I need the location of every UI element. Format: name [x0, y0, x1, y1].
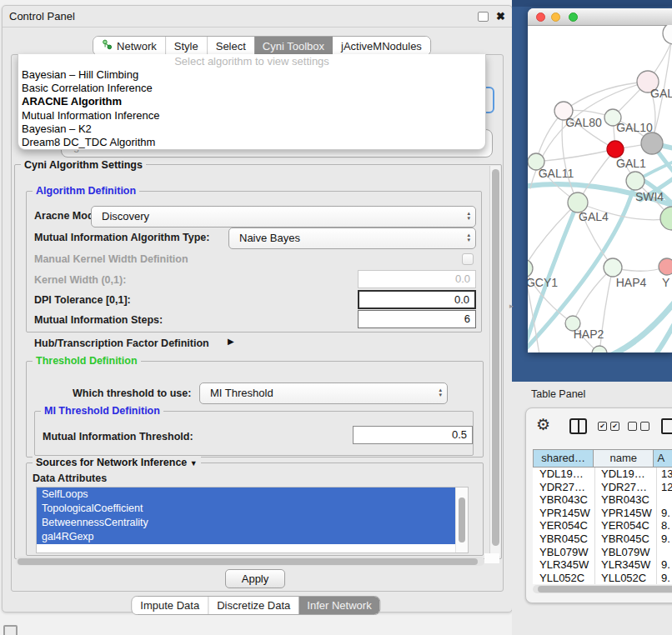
table-cell[interactable]: 8. — [656, 519, 672, 532]
settings-vertical-scrollbar[interactable] — [489, 166, 500, 556]
column-header-name[interactable]: name — [593, 450, 653, 467]
table-cell[interactable]: 9. — [656, 507, 672, 520]
collapse-down-icon[interactable]: ▼ — [190, 459, 198, 468]
node-top-right[interactable] — [663, 25, 672, 44]
minimize-traffic-light-icon[interactable] — [551, 12, 560, 22]
table-row[interactable]: YBR043CYBR043C — [533, 493, 672, 507]
tab-infer-network[interactable]: Infer Network — [298, 597, 379, 614]
close-icon[interactable]: ✖ — [496, 8, 505, 24]
splitter-collapse-icon[interactable]: ▸ — [509, 302, 514, 310]
table-row[interactable]: YBR045CYBR045C9. — [533, 532, 672, 546]
split-view-icon[interactable] — [569, 418, 587, 434]
table-row[interactable]: YDL19…YDL19…13 — [533, 468, 672, 481]
attributes-list-scrollbar[interactable] — [455, 488, 468, 552]
table-cell[interactable]: YDL19… — [533, 468, 594, 481]
table-cell[interactable]: 9. — [656, 532, 672, 546]
table-cell[interactable] — [656, 546, 672, 559]
table-cell[interactable]: YLL052C — [533, 572, 594, 584]
tab-select[interactable]: Select — [207, 37, 254, 55]
attribute-item-topologicalcoefficient[interactable]: TopologicalCoefficient — [37, 502, 456, 516]
table-cell[interactable] — [656, 493, 672, 507]
mi-algorithm-type-combo[interactable]: Naive Bayes ▴▾ — [228, 228, 476, 249]
node-right-green[interactable] — [660, 207, 672, 230]
table-cell[interactable]: YER054C — [533, 519, 594, 532]
attribute-item-selfloops[interactable]: SelfLoops — [37, 488, 456, 502]
float-window-icon[interactable] — [3, 625, 18, 635]
table-cell[interactable]: YBR043C — [533, 493, 594, 507]
table-header-row[interactable]: shared…nameA — [533, 449, 672, 468]
mi-threshold-field[interactable]: 0.5 — [353, 426, 473, 444]
deselect-all-icon[interactable] — [628, 422, 649, 431]
table-cell[interactable]: YPR145W — [594, 507, 656, 520]
table-cell[interactable]: YDR27… — [533, 481, 594, 494]
dpi-tolerance-field[interactable]: 0.0 — [358, 290, 476, 309]
attribute-item-betweennesscentrality[interactable]: BetweennessCentrality — [37, 516, 456, 530]
gear-icon[interactable]: ⚙ — [536, 415, 550, 433]
kernel-width-field[interactable]: 0.0 — [358, 270, 476, 288]
table-cell[interactable]: YBR045C — [533, 532, 594, 546]
table-cell[interactable]: YBL079W — [594, 546, 656, 559]
table-cell[interactable]: YDL19… — [594, 468, 656, 481]
which-threshold-combo[interactable]: MI Threshold ▴▾ — [199, 382, 448, 404]
table-cell[interactable]: 12 — [656, 481, 672, 494]
table-cell[interactable]: YPR145W — [533, 507, 594, 520]
algorithm-option-bayesian-k2[interactable]: Bayesian – K2 — [18, 122, 485, 136]
node-hap4[interactable] — [604, 258, 622, 277]
sources-group-title[interactable]: Sources for Network Inference ▼ — [33, 457, 201, 468]
control-panel-titlebar[interactable]: Control Panel ✖ — [3, 6, 512, 28]
manual-kernel-width-checkbox[interactable] — [462, 253, 474, 265]
table-row[interactable]: YLR345WYLR345W9. — [533, 558, 672, 572]
table-cell[interactable]: YLL052C — [594, 572, 656, 584]
algorithm-option-bayesian-hill-climbing[interactable]: Bayesian – Hill Climbing — [18, 68, 485, 82]
network-edge-thick[interactable] — [655, 325, 672, 352]
node-pink-right[interactable] — [659, 258, 672, 275]
network-edge[interactable] — [536, 149, 615, 162]
table-cell[interactable]: YDR27… — [594, 481, 656, 494]
table-cell[interactable]: 13 — [656, 468, 672, 481]
table-row[interactable]: YPR145WYPR145W9. — [533, 507, 672, 520]
expand-right-icon[interactable]: ▶ — [228, 337, 234, 346]
tab-style[interactable]: Style — [165, 37, 207, 55]
attributes-list-scrollbar-thumb[interactable] — [459, 498, 465, 542]
algorithm-option-dream8-dc-tdc-algorithm[interactable]: Dream8 DC_TDC Algorithm — [18, 136, 485, 149]
aracne-mode-combo[interactable]: Discovery ▴▾ — [91, 206, 476, 228]
table-cell[interactable]: 9. — [656, 558, 672, 572]
tab-impute-data[interactable]: Impute Data — [132, 597, 208, 614]
table-row[interactable]: YLL052CYLL052C9. — [533, 572, 672, 584]
node-gray[interactable] — [641, 132, 663, 154]
table-cell[interactable]: 9. — [656, 572, 672, 584]
node-gcy1[interactable] — [528, 259, 533, 278]
close-traffic-light-icon[interactable] — [536, 12, 545, 22]
hub-section-label[interactable]: Hub/Transcription Factor Definition — [34, 338, 209, 349]
settings-horizontal-scrollbar[interactable] — [16, 557, 484, 566]
settings-vertical-scrollbar-thumb[interactable] — [492, 169, 499, 546]
table-horizontal-scrollbar-thumb[interactable] — [538, 586, 672, 592]
attribute-item-gal4rgexp[interactable]: gal4RGexp — [37, 530, 456, 544]
node-swi4[interactable] — [626, 172, 644, 190]
network-window[interactable]: GALGAL80GAL10GAL1GAL11SWI4GAL4GCY1HAP4YH… — [528, 8, 672, 352]
node-bottom[interactable] — [592, 346, 607, 352]
table-body[interactable]: YDL19…YDL19…13YDR27…YDR27…12YBR043CYBR04… — [533, 468, 672, 584]
algorithm-option-basic-correlation-inference[interactable]: Basic Correlation Inference — [18, 82, 485, 95]
restore-icon[interactable] — [478, 12, 489, 22]
network-canvas[interactable]: GALGAL80GAL10GAL1GAL11SWI4GAL4GCY1HAP4YH… — [528, 25, 672, 352]
table-icon[interactable] — [661, 418, 672, 434]
select-all-icon[interactable]: ✔ ✔ — [598, 422, 619, 431]
tab-cyni-toolbox[interactable]: Cyni Toolbox — [254, 37, 333, 55]
table-row[interactable]: YBL079WYBL079W — [533, 546, 672, 559]
table-cell[interactable]: YBR043C — [594, 493, 656, 507]
table-cell[interactable]: YLR345W — [533, 558, 594, 572]
table-cell[interactable]: YBR045C — [594, 532, 656, 546]
column-header-a[interactable]: A — [653, 450, 672, 467]
apply-button[interactable]: Apply — [225, 569, 285, 588]
data-attributes-list[interactable]: SelfLoopsTopologicalCoefficientBetweenne… — [36, 487, 469, 553]
table-row[interactable]: YER054CYER054C8. — [533, 519, 672, 532]
algorithm-option-mutual-information-inference[interactable]: Mutual Information Inference — [18, 109, 485, 122]
tab-discretize-data[interactable]: Discretize Data — [208, 597, 298, 614]
table-cell[interactable]: YLR345W — [594, 558, 656, 572]
settings-horizontal-scrollbar-thumb[interactable] — [18, 558, 478, 565]
column-header-shared[interactable]: shared… — [534, 450, 593, 467]
tab-jactivemnodules[interactable]: jActiveMNodules — [333, 37, 430, 55]
zoom-traffic-light-icon[interactable] — [569, 12, 578, 22]
table-cell[interactable]: YER054C — [594, 519, 656, 532]
